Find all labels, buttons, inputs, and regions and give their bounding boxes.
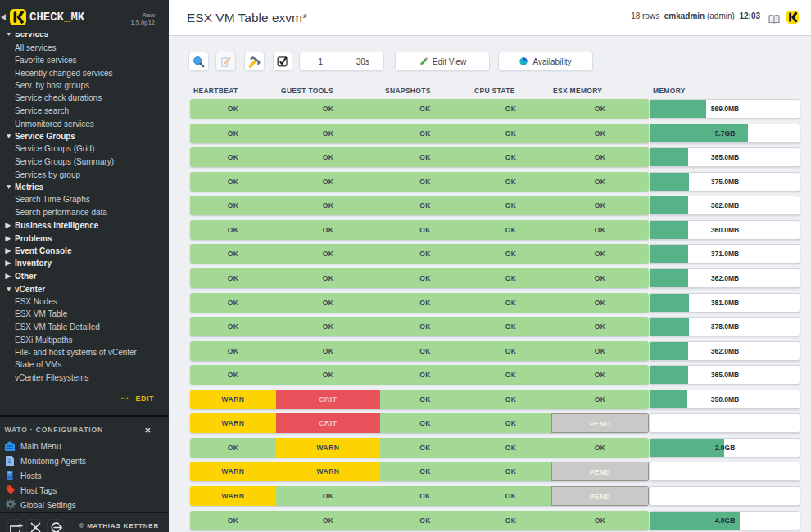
svg-text:<>: <> [7,458,12,463]
